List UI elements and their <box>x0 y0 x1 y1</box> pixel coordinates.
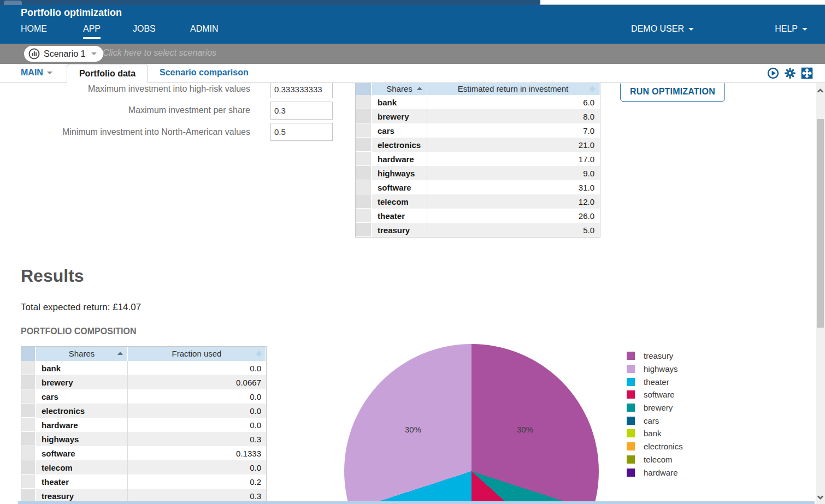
legend-item-highways[interactable]: highways <box>627 363 683 376</box>
sort-icon[interactable] <box>589 86 595 92</box>
table-row[interactable]: telecom12.0 <box>356 194 600 209</box>
scenario-search-placeholder[interactable]: Click here to select scenarios <box>103 48 216 58</box>
sort-asc-icon[interactable] <box>417 87 422 90</box>
value-cell[interactable]: 0.0 <box>128 460 266 475</box>
value-cell[interactable]: 0.0 <box>128 389 266 404</box>
table-row[interactable]: highways0.3 <box>21 432 266 446</box>
user-menu[interactable]: DEMO USER <box>631 24 694 34</box>
legend-item-theater[interactable]: theater <box>627 375 683 388</box>
value-cell[interactable]: 26.0 <box>427 209 599 223</box>
horizontal-scroll-strip[interactable] <box>18 501 815 504</box>
gear-icon[interactable] <box>784 67 796 79</box>
total-expected-return: Total expected return: £14.07 <box>21 302 141 313</box>
row-handle[interactable] <box>21 375 36 389</box>
table-row[interactable]: software31.0 <box>356 180 600 194</box>
row-handle[interactable] <box>21 404 36 418</box>
row-handle[interactable] <box>21 446 36 460</box>
legend-item-software[interactable]: software <box>627 388 683 401</box>
row-handle[interactable] <box>356 180 372 194</box>
table-row[interactable]: bank6.0 <box>356 95 600 109</box>
table-row[interactable]: cars0.0 <box>21 389 266 404</box>
legend-item-hardware[interactable]: hardware <box>627 466 683 479</box>
table-row[interactable]: software0.1333 <box>21 446 266 460</box>
value-cell[interactable]: 7.0 <box>427 123 599 138</box>
table-row[interactable]: electronics0.0 <box>21 404 266 418</box>
scroll-down-icon[interactable] <box>816 493 825 502</box>
nav-jobs[interactable]: JOBS <box>133 24 156 37</box>
row-handle[interactable] <box>21 389 36 404</box>
sort-icon[interactable] <box>256 351 262 357</box>
value-cell[interactable]: 0.0 <box>128 418 266 432</box>
tab-portfolio-data[interactable]: Portfolio data <box>67 64 148 83</box>
table-row[interactable]: hardware17.0 <box>356 152 600 166</box>
value-cell[interactable]: 0.1333 <box>128 446 266 460</box>
column-header-estimated-return[interactable]: Estimated return in investment <box>427 82 599 95</box>
portfolio-pie-chart[interactable]: 30% 30% <box>344 344 599 504</box>
table-row[interactable]: theater26.0 <box>356 209 600 223</box>
vertical-scrollbar[interactable] <box>816 83 825 504</box>
sort-asc-icon[interactable] <box>117 352 123 355</box>
legend-item-brewery[interactable]: brewery <box>627 401 683 414</box>
table-row[interactable]: theater0.2 <box>21 475 266 489</box>
value-cell[interactable]: 0.2 <box>128 475 266 489</box>
column-header-shares[interactable]: Shares <box>36 347 128 361</box>
table-row[interactable]: telecom0.0 <box>21 460 266 475</box>
column-header-fraction-used[interactable]: Fraction used <box>128 347 266 361</box>
table-row[interactable]: brewery0.0667 <box>21 375 266 389</box>
legend-label: theater <box>644 377 669 387</box>
nav-home[interactable]: HOME <box>21 24 47 37</box>
nav-admin[interactable]: ADMIN <box>190 24 219 37</box>
column-header-shares[interactable]: Shares <box>372 82 427 95</box>
main-menu-dropdown[interactable]: MAIN <box>21 68 52 78</box>
constraint-input-per-share[interactable] <box>270 102 333 120</box>
row-handle[interactable] <box>356 95 372 109</box>
help-menu[interactable]: HELP <box>775 24 808 34</box>
legend-item-electronics[interactable]: electronics <box>627 440 683 453</box>
legend-item-telecom[interactable]: telecom <box>627 453 683 466</box>
row-handle[interactable] <box>356 138 372 152</box>
scroll-up-icon[interactable] <box>816 86 825 96</box>
table-row[interactable]: hardware0.0 <box>21 418 266 432</box>
table-row[interactable]: electronics21.0 <box>356 138 600 152</box>
row-handle[interactable] <box>356 194 372 209</box>
value-cell[interactable]: 0.3 <box>128 432 266 446</box>
play-circle-icon[interactable] <box>767 67 779 79</box>
table-row[interactable]: bank0.0 <box>21 361 266 375</box>
value-cell[interactable]: 0.0667 <box>128 375 266 389</box>
table-row[interactable]: treasury5.0 <box>356 223 600 237</box>
value-cell[interactable]: 12.0 <box>427 194 599 209</box>
row-handle[interactable] <box>21 460 36 475</box>
scrollbar-thumb[interactable] <box>817 119 824 328</box>
value-cell[interactable]: 5.0 <box>427 223 599 237</box>
legend-item-treasury[interactable]: treasury <box>627 349 683 363</box>
scenario-selector[interactable]: Scenario 1 <box>24 46 103 62</box>
value-cell[interactable]: 21.0 <box>427 138 599 152</box>
row-handle[interactable] <box>356 152 372 166</box>
value-cell[interactable]: 8.0 <box>427 109 599 123</box>
row-handle[interactable] <box>21 361 36 375</box>
value-cell[interactable]: 31.0 <box>427 180 599 194</box>
row-handle[interactable] <box>356 166 372 180</box>
value-cell[interactable]: 0.0 <box>128 404 266 418</box>
row-handle[interactable] <box>356 209 372 223</box>
row-handle[interactable] <box>21 432 36 446</box>
table-row[interactable]: cars7.0 <box>356 123 600 138</box>
row-handle[interactable] <box>356 223 372 237</box>
run-optimization-button[interactable]: RUN OPTIMIZATION <box>620 82 725 102</box>
value-cell[interactable]: 0.0 <box>128 361 266 375</box>
nav-app[interactable]: APP <box>83 24 101 39</box>
tab-scenario-comparison[interactable]: Scenario comparison <box>160 68 249 78</box>
value-cell[interactable]: 9.0 <box>427 166 599 180</box>
legend-item-cars[interactable]: cars <box>627 414 683 427</box>
row-handle[interactable] <box>356 109 372 123</box>
row-handle[interactable] <box>21 475 36 489</box>
constraint-input-north-american[interactable] <box>270 123 333 141</box>
value-cell[interactable]: 17.0 <box>427 152 599 166</box>
table-row[interactable]: brewery8.0 <box>356 109 600 123</box>
legend-item-bank[interactable]: bank <box>627 427 683 440</box>
value-cell[interactable]: 6.0 <box>427 95 599 109</box>
row-handle[interactable] <box>21 418 36 432</box>
table-row[interactable]: highways9.0 <box>356 166 600 180</box>
row-handle[interactable] <box>356 123 372 138</box>
fullscreen-expand-icon[interactable] <box>801 67 813 79</box>
